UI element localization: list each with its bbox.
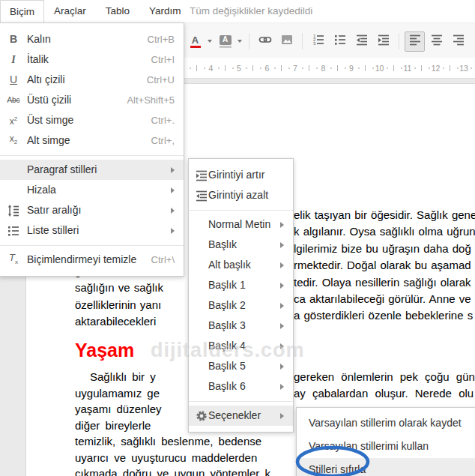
- insert-link-button[interactable]: [255, 31, 275, 52]
- ruler-dot: [401, 67, 402, 69]
- decrease-indent-button[interactable]: [351, 31, 372, 52]
- submenu-arrow-icon: [280, 262, 284, 268]
- indent-increase-icon: [194, 165, 209, 185]
- menu-item-label: Başlık 6: [208, 376, 285, 397]
- menu-item-decrease-indent[interactable]: Girintiyi azalt: [189, 185, 293, 205]
- ruler-dot: [288, 67, 290, 69]
- menu-item-superscript[interactable]: x2Üst simgeCtrl+.: [0, 110, 184, 130]
- menu-item-bold[interactable]: BKalınCtrl+B: [0, 29, 184, 49]
- ruler-number: 4: [209, 64, 214, 73]
- justify-button[interactable]: [470, 31, 475, 52]
- menu-item-heading-6[interactable]: Başlık 6: [189, 376, 293, 397]
- ruler-number: 10: [375, 64, 384, 73]
- document-text-line: k algılanır. Oysa sağlıklı olma uğrund: [294, 223, 475, 240]
- align-right-icon: [452, 33, 465, 49]
- superscript-icon: x2: [6, 110, 21, 130]
- ruler-dot: [387, 67, 388, 69]
- document-text-line: lgilerimiz bize bu uğraşın daha doğ: [294, 241, 475, 257]
- document-text-line: tedir. Olaya nesillerin sağlığı olarak: [294, 274, 475, 291]
- align-left-button[interactable]: [405, 31, 425, 52]
- menu-item-align[interactable]: Hizala: [0, 180, 184, 200]
- highlight-color-icon: A: [220, 35, 232, 48]
- menu-item-heading-4[interactable]: Başlık 4: [189, 336, 293, 356]
- ruler-cell: 7: [295, 64, 324, 73]
- submenu-arrow-icon: [171, 228, 175, 234]
- menu-item-label: Girintiyi azalt: [208, 185, 285, 205]
- highlight-color-button-dropdown[interactable]: [236, 32, 243, 51]
- menu-separator: [189, 210, 293, 211]
- ruler-number: 7: [293, 64, 297, 73]
- ruler-dot: [471, 67, 472, 69]
- ruler-dot: [246, 67, 247, 69]
- italic-icon: I: [6, 49, 21, 70]
- link-icon: [258, 33, 272, 49]
- menu-item-label: Başlık: [208, 235, 285, 255]
- submenu-arrow-icon: [280, 303, 284, 309]
- menu-item-label: Varsayılan stillerim olarak kaydet: [309, 412, 468, 435]
- menu-item-underline[interactable]: UAltı çiziliCtrl+U: [0, 70, 184, 90]
- menu-separator: [189, 401, 293, 402]
- document-text-line: sağlığın ve sağlık: [75, 280, 189, 296]
- menu-item-shortcut: Ctrl+.: [151, 110, 175, 130]
- submenu-arrow-icon: [280, 323, 284, 329]
- menu-bicim[interactable]: Biçim: [0, 0, 44, 23]
- menu-item-heading-5[interactable]: Başlık 5: [189, 356, 293, 376]
- menu-tablo[interactable]: Tablo: [96, 0, 139, 22]
- submenu-arrow-icon: [280, 222, 284, 228]
- insert-image-button[interactable]: [276, 31, 297, 52]
- menu-item-title[interactable]: Başlık: [189, 235, 293, 255]
- align-right-button[interactable]: [448, 31, 468, 52]
- text-color-icon: A: [190, 35, 201, 48]
- menu-item-heading-2[interactable]: Başlık 2: [189, 295, 293, 316]
- menu-item-shortcut: Alt+Shift+5: [127, 90, 175, 110]
- menu-item-label: Liste stilleri: [27, 220, 176, 241]
- menu-item-strikethrough[interactable]: AbcÜstü çiziliAlt+Shift+5: [0, 90, 184, 110]
- submenu-arrow-icon: [280, 242, 284, 248]
- ruler-marks: 45678910111213: [183, 64, 475, 73]
- submenu-arrow-icon: [171, 187, 175, 193]
- align-center-button[interactable]: [426, 31, 447, 52]
- menu-item-clear-formatting[interactable]: TxBiçimlendirmeyi temizleCtrl+\: [0, 250, 184, 270]
- bulleted-list-button[interactable]: [330, 31, 350, 52]
- menu-item-italic[interactable]: IİtalikCtrl+I: [0, 49, 184, 70]
- menu-item-subtitle[interactable]: Alt başlık: [189, 255, 293, 275]
- menu-item-save-default-styles[interactable]: Varsayılan stillerim olarak kaydet: [297, 412, 475, 435]
- subscript-icon: x2: [6, 130, 21, 151]
- menu-item-list-styles[interactable]: Liste stilleri: [0, 220, 184, 241]
- menu-separator: [0, 245, 184, 246]
- submenu-arrow-icon: [171, 208, 175, 214]
- menu-item-heading-3[interactable]: Başlık 3: [189, 316, 293, 336]
- ruler-number: 13: [459, 64, 468, 73]
- menu-item-subscript[interactable]: x2Alt simgeCtrl+,: [0, 130, 184, 151]
- menu-item-options[interactable]: Seçenekler: [189, 406, 293, 426]
- menu-item-paragraph-styles[interactable]: Paragraf stilleri: [0, 160, 184, 180]
- ruler-dot: [372, 67, 374, 69]
- document-heading: Yaşam: [75, 340, 134, 361]
- menu-item-label: Girintiyi artır: [208, 165, 285, 185]
- increase-indent-button[interactable]: [373, 31, 393, 52]
- submenu-arrow-icon: [280, 384, 284, 390]
- menu-item-label: Seçenekler: [208, 406, 285, 426]
- numbered-list-button[interactable]: 123: [308, 31, 328, 52]
- indent-decrease-icon: [194, 185, 209, 205]
- menu-item-increase-indent[interactable]: Girintiyi artır: [189, 165, 293, 185]
- text-color-button-dropdown[interactable]: [206, 32, 213, 51]
- menu-item-heading-1[interactable]: Başlık 1: [189, 275, 293, 295]
- ruler-dot: [457, 67, 459, 69]
- indent-decrease-icon: [355, 33, 369, 49]
- text-color-button[interactable]: A: [185, 31, 205, 52]
- ruler-tick: [252, 65, 253, 71]
- menu-item-line-spacing[interactable]: Satır aralığı: [0, 200, 184, 220]
- document-paragraph-fragment: elik taşıyan bir öğesidir. Sağlık genek …: [294, 207, 475, 325]
- menu-araclar[interactable]: Araçlar: [44, 0, 96, 22]
- ruler-cell: 4: [211, 64, 240, 73]
- submenu-arrow-icon: [171, 167, 175, 173]
- ruler-cell: 6: [267, 64, 296, 73]
- ruler-dot: [330, 67, 332, 69]
- image-icon: [280, 33, 294, 49]
- menu-item-normal-text[interactable]: Normal Metin: [189, 214, 293, 235]
- menu-yardim[interactable]: Yardım: [139, 0, 191, 22]
- highlight-color-button[interactable]: A: [215, 31, 235, 52]
- ruler-dot: [302, 67, 303, 69]
- document-text-line: aktarabilecekleri: [75, 313, 189, 330]
